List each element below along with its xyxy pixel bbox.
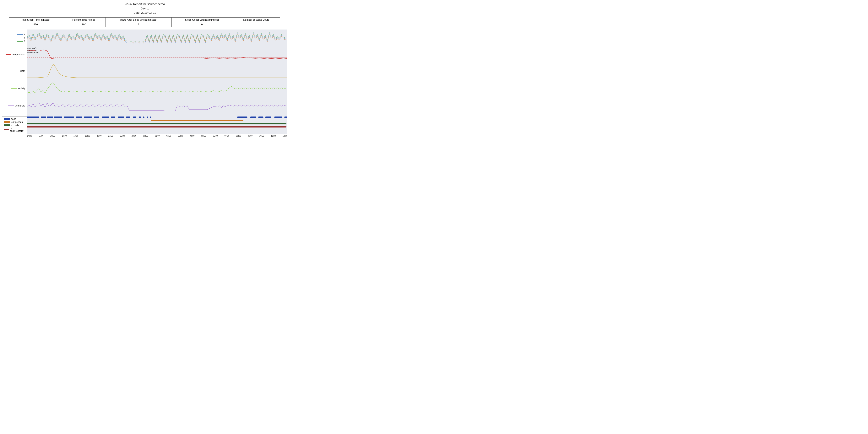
stats-header: Wake After Sleep Onset(minutes) [105,18,172,22]
time-tick: 12:00 [283,135,287,137]
svg-rect-4 [54,117,62,118]
time-tick: 09:00 [248,135,252,137]
xyz-label: X Y Z [2,33,27,43]
rest-periods-legend-label: rest periods [10,121,23,123]
svg-rect-13 [133,117,136,118]
stats-value: 1 [232,22,280,27]
svg-rect-20 [258,117,263,118]
time-tick: 05:00 [201,135,206,137]
svg-rect-24 [151,120,243,121]
main-chart-container: X Y Z Temperature max: 35.4°C [2,30,287,137]
time-tick: 11:00 [271,135,276,137]
light-label: Light [2,70,27,72]
svg-rect-14 [139,117,141,118]
time-tick: 21:00 [108,135,113,137]
time-tick: 14:00 [27,135,32,137]
svg-rect-11 [118,117,124,118]
arm-angle-row: arm angle [2,97,287,114]
svg-rect-9 [102,117,109,118]
xyz-row: X Y Z [2,30,287,47]
svg-rect-8 [94,117,99,118]
svg-rect-22 [275,117,283,118]
svg-rect-1 [27,117,39,118]
x-label: X [24,33,25,36]
time-tick: 07:00 [224,135,229,137]
svg-rect-19 [250,117,256,118]
time-tick: 02:00 [166,135,171,137]
stats-value: 470 [9,22,62,27]
svg-rect-16 [147,117,148,118]
svg-rect-6 [76,117,82,118]
time-tick: 08:00 [236,135,241,137]
temperature-label: Temperature [2,53,27,56]
bottom-section: wake rest periods on body on body(rescor… [2,114,287,134]
time-tick: 23:00 [131,135,136,137]
stats-value: 0 [172,22,232,27]
bands-chart [27,114,287,134]
time-tick: 17:00 [62,135,67,137]
activity-label: activity [2,87,27,90]
bottom-legend-container: wake rest periods on body on body(rescor… [2,114,27,134]
page-title: Visual Report for Source: demo Day: 1 Da… [2,2,287,15]
wake-legend-label: wake [10,118,16,120]
time-tick: 20:00 [97,135,101,137]
stats-header: Total Sleep Time(minutes) [9,18,62,22]
z-label: Z [24,40,25,43]
svg-rect-5 [64,117,74,118]
bottom-legend: wake rest periods on body on body(rescor… [2,116,27,134]
stats-header: Sleep Onset Latency(minutes) [172,18,232,22]
stats-table: Total Sleep Time(minutes)Percent Time As… [9,18,280,27]
svg-rect-23 [284,117,287,118]
activity-row: activity [2,80,287,97]
svg-rect-2 [41,117,46,118]
svg-rect-25 [27,123,286,124]
svg-rect-21 [266,117,271,118]
arm-angle-label: arm angle [2,104,27,107]
svg-rect-3 [47,117,53,118]
stats-header: Number of Wake Bouts [232,18,280,22]
light-row: Light [2,62,287,80]
time-tick: 16:00 [50,135,55,137]
temperature-row: Temperature max: 35.4°C min: 11.7°C thre… [2,47,287,62]
time-tick: 10:00 [259,135,264,137]
on-body-rescore-legend-label: on body(rescore) [10,127,25,132]
time-tick: 18:00 [73,135,78,137]
time-tick: 03:00 [178,135,183,137]
time-tick: 15:00 [38,135,43,137]
time-tick: 06:00 [213,135,218,137]
xyz-chart [27,30,287,47]
svg-rect-12 [126,117,130,118]
on-body-legend-label: on body [10,124,19,127]
y-label: Y [24,37,25,39]
arm-angle-chart [27,97,287,114]
stats-value: 2 [105,22,172,27]
temperature-chart: max: 35.4°C min: 11.7°C thresh: 25.0°C [27,47,287,62]
svg-rect-18 [237,117,247,118]
time-tick: 19:00 [85,135,90,137]
light-chart [27,62,287,80]
time-tick: 04:00 [190,135,194,137]
time-axis: 14:0015:0016:0017:0018:0019:0020:0021:00… [27,134,287,137]
activity-chart [27,80,287,97]
svg-rect-7 [84,117,92,118]
stats-value: 100 [62,22,105,27]
svg-rect-10 [111,117,115,118]
svg-rect-26 [27,126,286,127]
svg-rect-17 [150,117,151,118]
time-tick: 22:00 [120,135,125,137]
svg-rect-15 [143,117,144,118]
time-axis-container: 14:0015:0016:0017:0018:0019:0020:0021:00… [2,134,287,137]
stats-header: Percent Time Asleep [62,18,105,22]
time-tick: 01:00 [155,135,159,137]
time-tick: 00:00 [143,135,148,137]
